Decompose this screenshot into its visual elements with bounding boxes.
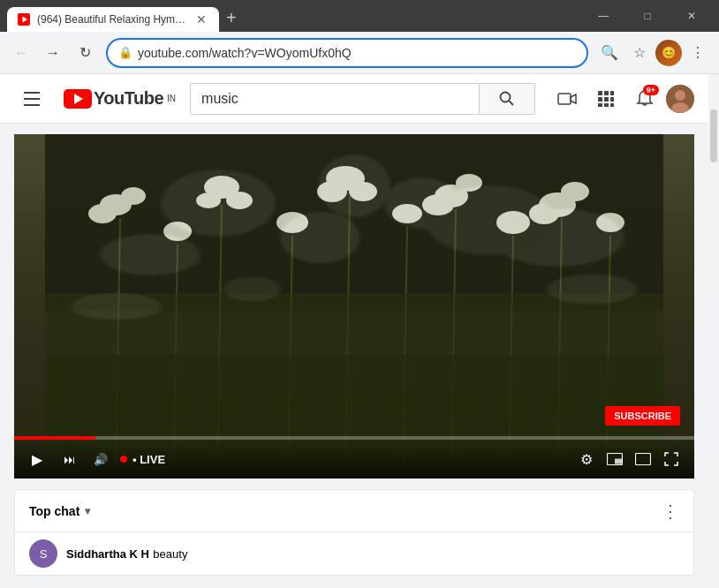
svg-rect-13 xyxy=(604,103,609,107)
notification-badge: 9+ xyxy=(643,85,659,95)
svg-point-31 xyxy=(422,194,454,215)
svg-point-39 xyxy=(596,213,624,232)
svg-point-27 xyxy=(349,182,377,201)
title-bar: (964) Beautiful Relaxing Hymns... ✕ + — … xyxy=(0,0,719,32)
hamburger-icon xyxy=(24,92,40,106)
chat-username: Siddhartha K H xyxy=(66,547,149,561)
notifications-button[interactable]: 9+ xyxy=(627,81,662,117)
tab-area: (964) Beautiful Relaxing Hymns... ✕ + xyxy=(7,0,576,32)
active-tab[interactable]: (964) Beautiful Relaxing Hymns... ✕ xyxy=(7,7,219,32)
fullscreen-button[interactable] xyxy=(659,447,684,471)
svg-point-16 xyxy=(675,90,685,101)
search-button[interactable] xyxy=(479,83,535,115)
svg-rect-53 xyxy=(615,459,622,464)
settings-button[interactable]: ⚙ xyxy=(574,447,599,471)
chat-container: Top chat ▾ ⋮ S Siddhartha K H beauty xyxy=(14,489,694,576)
youtube-play-icon xyxy=(74,94,83,104)
profile-avatar[interactable]: 😊 xyxy=(655,40,682,66)
live-text: • LIVE xyxy=(132,453,165,466)
navigation-bar: ← → ↻ 🔒 youtube.com/watch?v=WOyomUfx0hQ … xyxy=(0,32,719,74)
address-text: youtube.com/watch?v=WOyomUfx0hQ xyxy=(138,46,576,60)
live-dot xyxy=(120,456,127,463)
youtube-logo-suffix: IN xyxy=(167,94,176,103)
chat-message: S Siddhartha K H beauty xyxy=(15,532,693,575)
svg-rect-14 xyxy=(610,103,614,107)
svg-rect-12 xyxy=(598,103,602,107)
next-button[interactable]: ⏭ xyxy=(57,447,81,471)
apps-button[interactable] xyxy=(588,81,624,117)
chat-message-content: Siddhartha K H beauty xyxy=(66,546,187,562)
close-button[interactable]: ✕ xyxy=(671,0,712,32)
svg-rect-54 xyxy=(636,454,651,465)
search-area xyxy=(190,83,535,115)
video-overlay xyxy=(14,134,694,479)
svg-rect-11 xyxy=(610,97,614,102)
search-icon-btn[interactable]: 🔍 xyxy=(595,39,624,67)
chat-title: Top chat ▾ xyxy=(29,504,90,518)
search-icon xyxy=(498,90,516,108)
back-button[interactable]: ← xyxy=(7,39,35,67)
tab-title: (964) Beautiful Relaxing Hymns... xyxy=(37,13,187,26)
youtube-logo-icon xyxy=(64,89,92,109)
chat-header: Top chat ▾ ⋮ xyxy=(15,490,693,532)
video-camera-icon xyxy=(557,89,577,109)
live-indicator: • LIVE xyxy=(120,453,165,466)
fullscreen-icon xyxy=(664,452,678,466)
youtube-header: YouTubeIN xyxy=(0,74,708,124)
page-area: YouTubeIN xyxy=(0,74,719,588)
lock-icon: 🔒 xyxy=(118,46,132,59)
avatar-image xyxy=(666,85,694,113)
scrollbar[interactable] xyxy=(708,74,719,588)
theater-button[interactable] xyxy=(631,447,655,471)
grid-icon xyxy=(597,90,615,108)
youtube-logo[interactable]: YouTubeIN xyxy=(64,88,176,109)
address-bar[interactable]: 🔒 youtube.com/watch?v=WOyomUfx0hQ xyxy=(106,38,588,68)
svg-line-3 xyxy=(510,101,514,105)
svg-point-33 xyxy=(561,182,589,201)
video-container: SUBSCRIBE ▶ ⏭ 🔊 • LIVE xyxy=(14,134,694,479)
svg-rect-19 xyxy=(45,134,663,311)
svg-point-35 xyxy=(163,222,192,241)
menu-button[interactable]: ⋮ xyxy=(684,39,712,67)
forward-button[interactable]: → xyxy=(39,39,67,67)
tab-close-button[interactable]: ✕ xyxy=(194,11,208,28)
address-bar-wrapper: 🔒 youtube.com/watch?v=WOyomUfx0hQ xyxy=(106,38,588,68)
svg-point-21 xyxy=(121,187,146,205)
upload-button[interactable] xyxy=(549,81,585,117)
tab-favicon xyxy=(18,13,30,26)
miniplayer-button[interactable] xyxy=(602,447,627,471)
svg-rect-9 xyxy=(598,97,602,102)
video-player[interactable]: SUBSCRIBE ▶ ⏭ 🔊 • LIVE xyxy=(14,134,694,479)
video-controls: ▶ ⏭ 🔊 • LIVE ⚙ xyxy=(14,440,694,479)
scroll-thumb[interactable] xyxy=(710,109,717,162)
chat-chevron-icon[interactable]: ▾ xyxy=(85,505,90,517)
hamburger-menu-button[interactable] xyxy=(14,81,49,117)
chat-more-button[interactable]: ⋮ xyxy=(662,501,679,522)
new-tab-button[interactable]: + xyxy=(219,4,244,32)
svg-point-24 xyxy=(226,192,253,209)
bookmark-button[interactable]: ☆ xyxy=(625,39,654,67)
search-input[interactable] xyxy=(190,83,479,115)
svg-point-25 xyxy=(196,192,221,208)
svg-rect-6 xyxy=(598,91,602,95)
svg-point-2 xyxy=(501,92,511,102)
user-avatar[interactable] xyxy=(666,85,694,113)
minimize-button[interactable]: — xyxy=(583,0,624,32)
browser-window: (964) Beautiful Relaxing Hymns... ✕ + — … xyxy=(0,0,719,588)
subscribe-button[interactable]: SUBSCRIBE xyxy=(605,406,680,426)
play-button[interactable]: ▶ xyxy=(25,447,49,471)
page-scroll[interactable]: YouTubeIN xyxy=(0,74,708,588)
youtube-logo-text: YouTube xyxy=(94,88,163,109)
svg-point-37 xyxy=(392,204,422,223)
nav-right-actions: 🔍 ☆ 😊 ⋮ xyxy=(595,39,712,67)
maximize-button[interactable]: □ xyxy=(627,0,668,32)
volume-button[interactable]: 🔊 xyxy=(88,447,113,471)
miniplayer-icon xyxy=(607,453,623,465)
right-controls: ⚙ xyxy=(574,447,684,471)
theater-icon xyxy=(635,453,651,465)
svg-rect-8 xyxy=(610,91,614,95)
refresh-button[interactable]: ↻ xyxy=(71,39,99,67)
svg-point-34 xyxy=(529,203,559,224)
svg-marker-5 xyxy=(571,94,576,103)
window-controls: — □ ✕ xyxy=(583,0,712,32)
